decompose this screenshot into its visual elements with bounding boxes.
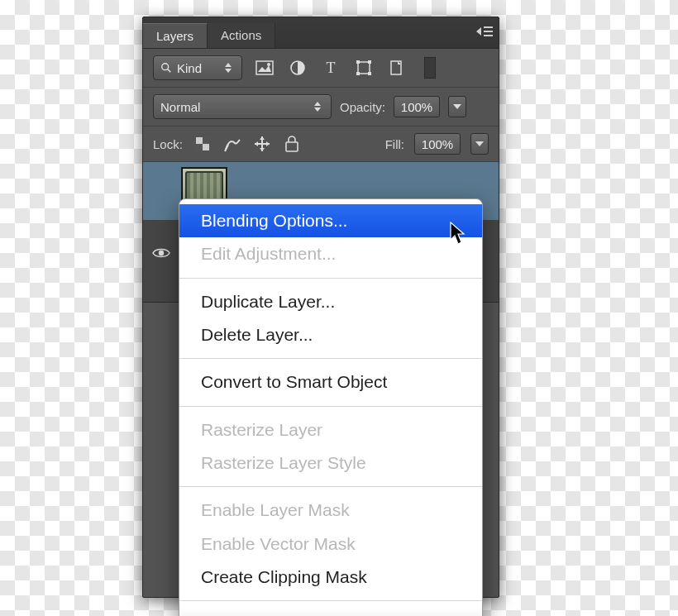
svg-text:T: T bbox=[327, 60, 336, 76]
spinner-arrows-icon bbox=[314, 100, 322, 113]
visibility-toggle[interactable] bbox=[150, 167, 173, 215]
lock-all[interactable] bbox=[282, 134, 302, 154]
svg-rect-18 bbox=[196, 144, 203, 150]
tab-layers-label: Layers bbox=[156, 29, 193, 43]
svg-rect-19 bbox=[286, 142, 298, 151]
svg-rect-11 bbox=[368, 60, 371, 64]
svg-rect-2 bbox=[484, 35, 493, 36]
opacity-dropdown[interactable] bbox=[448, 96, 466, 117]
tab-actions[interactable]: Actions bbox=[208, 23, 275, 48]
fill-value[interactable]: 100% bbox=[414, 133, 461, 155]
menu-rasterize-layer: Rasterize Layer bbox=[179, 413, 482, 446]
svg-rect-9 bbox=[358, 62, 370, 74]
filter-kind-select[interactable]: Kind bbox=[153, 55, 242, 80]
menu-edit-adjustment: Edit Adjustment... bbox=[179, 237, 482, 270]
svg-rect-13 bbox=[368, 72, 371, 75]
filter-shape-layers[interactable] bbox=[353, 57, 375, 79]
filter-adjustment-layers[interactable] bbox=[287, 57, 308, 79]
filter-pixel-layers[interactable] bbox=[254, 57, 275, 79]
menu-separator bbox=[179, 486, 482, 487]
filter-type-layers[interactable]: T bbox=[320, 57, 341, 79]
lock-position[interactable] bbox=[252, 134, 272, 154]
opacity-label: Opacity: bbox=[340, 100, 385, 114]
svg-rect-15 bbox=[196, 137, 203, 144]
menu-blending-options[interactable]: Blending Options... bbox=[179, 204, 482, 237]
svg-point-20 bbox=[159, 251, 164, 255]
spinner-arrows-icon bbox=[225, 61, 233, 74]
lock-image-pixels[interactable] bbox=[222, 134, 242, 154]
panel-tabbar: Layers Actions bbox=[143, 17, 499, 49]
menu-separator bbox=[179, 600, 482, 601]
lock-label: Lock: bbox=[153, 137, 183, 151]
layer-context-menu: Blending Options... Edit Adjustment... D… bbox=[179, 198, 483, 616]
svg-point-6 bbox=[267, 63, 270, 66]
menu-enable-vector-mask: Enable Vector Mask bbox=[179, 528, 482, 561]
menu-create-clipping-mask[interactable]: Create Clipping Mask bbox=[179, 561, 482, 594]
filter-kind-label: Kind bbox=[177, 61, 202, 75]
menu-separator bbox=[179, 358, 482, 359]
svg-line-4 bbox=[168, 69, 171, 73]
svg-rect-0 bbox=[484, 26, 493, 28]
svg-rect-1 bbox=[484, 31, 493, 32]
menu-delete-layer[interactable]: Delete Layer... bbox=[179, 318, 482, 351]
tab-actions-label: Actions bbox=[221, 28, 261, 42]
menu-separator bbox=[179, 278, 482, 279]
lock-fill-row: Lock: Fill: 100% bbox=[143, 127, 499, 162]
blend-mode-select[interactable]: Normal bbox=[153, 94, 332, 119]
tab-layers[interactable]: Layers bbox=[143, 23, 208, 48]
svg-rect-10 bbox=[356, 60, 360, 64]
menu-overflow-indicator bbox=[179, 608, 482, 616]
lock-transparent-pixels[interactable] bbox=[193, 134, 212, 154]
menu-duplicate-layer[interactable]: Duplicate Layer... bbox=[179, 285, 482, 318]
blend-mode-value: Normal bbox=[160, 100, 200, 114]
menu-separator bbox=[179, 406, 482, 407]
panel-options-menu[interactable] bbox=[474, 22, 495, 41]
search-icon bbox=[160, 62, 172, 74]
filter-smart-objects[interactable] bbox=[386, 57, 408, 79]
menu-enable-layer-mask: Enable Layer Mask bbox=[179, 494, 482, 527]
fill-dropdown[interactable] bbox=[470, 133, 489, 155]
svg-rect-12 bbox=[356, 72, 360, 75]
layer-filter-row: Kind T bbox=[143, 49, 499, 88]
svg-rect-5 bbox=[256, 61, 273, 74]
filter-toggle-switch[interactable] bbox=[424, 57, 436, 79]
fill-label: Fill: bbox=[385, 137, 404, 151]
svg-rect-17 bbox=[203, 137, 209, 144]
menu-convert-smart-object[interactable]: Convert to Smart Object bbox=[179, 365, 482, 399]
blend-opacity-row: Normal Opacity: 100% bbox=[143, 88, 499, 127]
svg-rect-16 bbox=[203, 144, 209, 150]
visibility-toggle[interactable] bbox=[150, 229, 173, 277]
svg-point-3 bbox=[162, 64, 169, 70]
opacity-value[interactable]: 100% bbox=[394, 96, 440, 117]
menu-rasterize-layer-style: Rasterize Layer Style bbox=[179, 446, 482, 480]
